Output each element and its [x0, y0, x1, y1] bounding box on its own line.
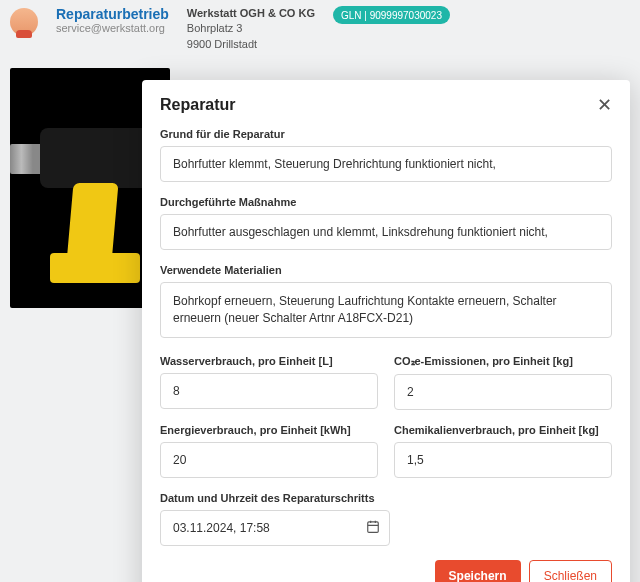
chem-label: Chemikalienverbrauch, pro Einheit [kg]	[394, 424, 612, 436]
company-name: Reparaturbetrieb	[56, 6, 169, 22]
workshop-name: Werkstatt OGH & CO KG	[187, 6, 315, 21]
water-input[interactable]	[160, 373, 378, 409]
materials-input[interactable]	[160, 282, 612, 338]
modal-title: Reparatur	[160, 96, 236, 114]
energy-input[interactable]	[160, 442, 378, 478]
datetime-label: Datum und Uhrzeit des Reparaturschritts	[160, 492, 612, 504]
company-email: service@werkstatt.org	[56, 22, 169, 34]
datetime-input[interactable]	[160, 510, 390, 546]
modal-footer: Speichern Schließen	[160, 560, 612, 582]
close-icon[interactable]: ✕	[597, 96, 612, 114]
materials-label: Verwendete Materialien	[160, 264, 612, 276]
workshop-addr1: Bohrplatz 3	[187, 21, 315, 36]
energy-label: Energieverbrauch, pro Einheit [kWh]	[160, 424, 378, 436]
repair-modal: Reparatur ✕ Grund für die Reparatur Durc…	[142, 80, 630, 582]
close-button[interactable]: Schließen	[529, 560, 612, 582]
reason-label: Grund für die Reparatur	[160, 128, 612, 140]
page-header: Reparaturbetrieb service@werkstatt.org W…	[0, 0, 640, 58]
workshop-addr2: 9900 Drillstadt	[187, 37, 315, 52]
action-input[interactable]	[160, 214, 612, 250]
chem-input[interactable]	[394, 442, 612, 478]
action-label: Durchgeführte Maßnahme	[160, 196, 612, 208]
avatar	[10, 8, 38, 36]
gln-badge: GLN | 9099997030023	[333, 6, 450, 24]
company-block: Reparaturbetrieb service@werkstatt.org	[56, 6, 169, 34]
modal-header: Reparatur ✕	[160, 96, 612, 114]
reason-input[interactable]	[160, 146, 612, 182]
save-button[interactable]: Speichern	[435, 560, 521, 582]
co2-label: CO₂e-Emissionen, pro Einheit [kg]	[394, 355, 612, 368]
water-label: Wasserverbrauch, pro Einheit [L]	[160, 355, 378, 367]
co2-input[interactable]	[394, 374, 612, 410]
workshop-info: Werkstatt OGH & CO KG Bohrplatz 3 9900 D…	[187, 6, 315, 52]
